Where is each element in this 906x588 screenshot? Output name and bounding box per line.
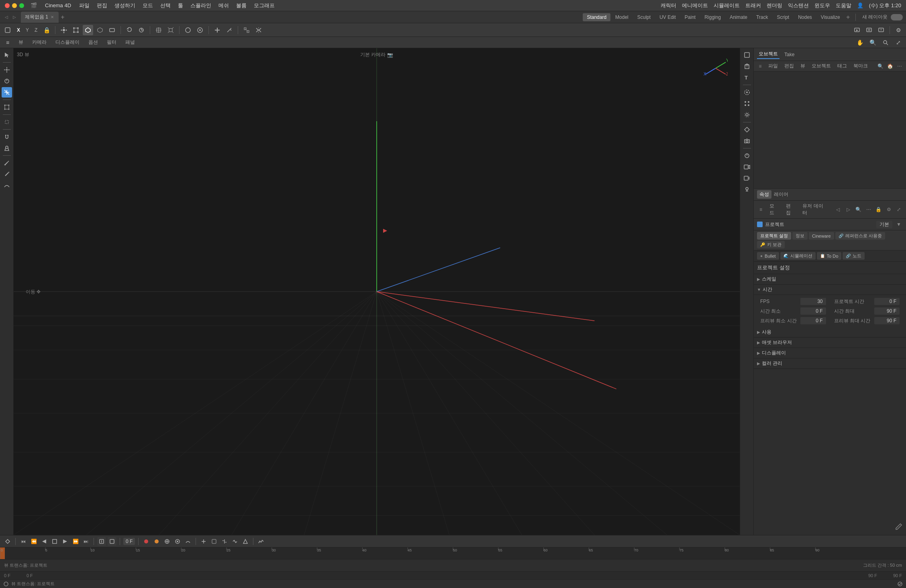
ws-tab-paint[interactable]: Paint	[681, 13, 700, 21]
tl-add-keyframe[interactable]	[163, 537, 171, 546]
om-hamburger[interactable]: ≡	[756, 62, 764, 70]
ws-tab-track[interactable]: Track	[752, 13, 772, 21]
tl-snap4[interactable]	[231, 537, 239, 546]
om-tab-objects[interactable]: 오브젝트	[757, 50, 779, 59]
tl-current-frame[interactable]: 0 F	[123, 538, 135, 545]
bottom-icon[interactable]	[3, 581, 9, 587]
pstab-nodes[interactable]: 🔗 노드	[843, 252, 865, 260]
tb-mirror[interactable]	[253, 25, 264, 35]
menu-extension[interactable]: 익스텐션	[788, 2, 809, 9]
ws-tab-add[interactable]: +	[844, 13, 852, 21]
tb-polygon-mode[interactable]	[83, 25, 93, 35]
tb-mode5[interactable]	[107, 25, 117, 35]
preview-max-value[interactable]: 90 F	[874, 317, 900, 324]
menu-mesh[interactable]: 메쉬	[218, 2, 229, 9]
tl-go-end[interactable]: ⏭	[82, 537, 90, 546]
menu-volume[interactable]: 볼륨	[236, 2, 247, 9]
menu-render[interactable]: 렌더링	[767, 2, 782, 9]
tb-render1[interactable]	[852, 25, 862, 35]
prop-filter-icon[interactable]: ⋯	[865, 205, 872, 214]
om-filter-icon[interactable]: ⋯	[896, 62, 904, 70]
tl-stop[interactable]	[50, 537, 59, 546]
tb-settings[interactable]: ⚙	[893, 25, 904, 35]
ls-move[interactable]	[2, 65, 12, 75]
timeline-ruler[interactable]: 0 5 10 15 20 25 30 35 40	[0, 547, 906, 559]
pstab-bullet[interactable]: ● Bullet	[757, 252, 779, 260]
prop-user-data[interactable]: 유저 데이터	[800, 202, 829, 217]
tl-go-start[interactable]: ⏮	[19, 537, 28, 546]
prop-expand-icon[interactable]: ⤢	[895, 205, 903, 214]
time-max-value[interactable]: 90 F	[874, 307, 900, 315]
prop-search-icon[interactable]: 🔍	[855, 205, 862, 214]
section-time-header[interactable]: ▼ 시간	[754, 285, 906, 295]
tb-circle2[interactable]	[195, 25, 205, 35]
vt-zoom-in[interactable]	[880, 37, 891, 48]
tl-snap3[interactable]	[220, 537, 229, 546]
project-dropdown-arrow[interactable]: ▼	[895, 220, 903, 228]
vt-filter[interactable]: 필터	[104, 38, 120, 47]
tl-next-frame[interactable]: ⏩	[71, 537, 80, 546]
tab-back[interactable]: ◁	[3, 14, 10, 20]
tl-btn-orange[interactable]	[152, 537, 161, 546]
close-button[interactable]	[5, 3, 10, 8]
menu-window[interactable]: 윈도우	[814, 2, 830, 9]
ws-tab-uvedit[interactable]: UV Edit	[655, 13, 680, 21]
tb-circle[interactable]	[183, 25, 193, 35]
om-tab-take[interactable]: Take	[783, 51, 796, 58]
om-search-icon[interactable]: 🔍	[876, 62, 884, 70]
rp-diamond[interactable]	[742, 124, 752, 135]
coord-z[interactable]: Z	[32, 26, 40, 34]
ls-paint-brush[interactable]	[2, 169, 12, 179]
ws-tab-nodes[interactable]: Nodes	[794, 13, 816, 21]
om-home-icon[interactable]: 🏠	[886, 62, 894, 70]
tb-rotate2[interactable]	[136, 25, 147, 35]
viewport[interactable]: 3D 뷰 기본 카메라 📷	[14, 48, 740, 535]
om-bookmark[interactable]: 북마크	[851, 62, 870, 70]
ls-transform[interactable]	[2, 102, 12, 112]
menu-character[interactable]: 캐릭터	[661, 2, 676, 9]
om-view[interactable]: 뷰	[798, 62, 808, 70]
ptab-reference[interactable]: 🔗 레퍼런스로 사용중	[835, 232, 885, 240]
tl-btn-record-red[interactable]	[142, 537, 151, 546]
menu-help[interactable]: 도움말	[836, 2, 851, 9]
menu-mograph[interactable]: 모그래프	[254, 2, 275, 9]
rp-text[interactable]: T	[742, 72, 752, 83]
ws-tab-rigging[interactable]: Rigging	[700, 13, 725, 21]
ptab-project-settings[interactable]: 프로젝트 설정	[757, 232, 791, 240]
om-object[interactable]: 오브젝트	[809, 62, 833, 70]
tb-transform[interactable]	[153, 25, 164, 35]
rp-array[interactable]	[742, 98, 752, 109]
pstab-todo[interactable]: 📋 To Do	[817, 252, 842, 260]
tab-close-icon[interactable]: ✕	[50, 15, 55, 20]
ptab-info[interactable]: 정보	[792, 232, 808, 240]
tb-knife[interactable]	[224, 25, 235, 35]
vt-options[interactable]: 옵션	[85, 38, 101, 47]
ls-smooth[interactable]	[2, 180, 12, 191]
rp-cube[interactable]	[742, 61, 752, 71]
tb-weld[interactable]	[212, 25, 222, 35]
tl-record-btn2[interactable]	[108, 537, 116, 546]
ws-tab-standard[interactable]: Standard	[583, 13, 610, 21]
tb-rotate1[interactable]	[124, 25, 135, 35]
coord-y[interactable]: Y	[23, 26, 31, 34]
ws-tab-model[interactable]: Model	[611, 13, 633, 21]
ws-tab-script[interactable]: Script	[773, 13, 793, 21]
tl-record-btn1[interactable]	[97, 537, 106, 546]
lock-btn[interactable]: 🔒	[41, 25, 52, 35]
ws-tab-animate[interactable]: Animate	[726, 13, 751, 21]
ls-scale[interactable]	[2, 87, 12, 98]
vt-panel[interactable]: 패널	[122, 38, 138, 47]
tab-add-button[interactable]: +	[59, 13, 67, 21]
prop-mode[interactable]: 모드	[767, 202, 781, 217]
prop-hamburger[interactable]: ≡	[757, 205, 765, 214]
pstab-simulation[interactable]: 🌊 시뮬레이션	[780, 252, 816, 260]
vt-view[interactable]: 뷰	[15, 38, 27, 47]
keyframe-diamond[interactable]	[3, 537, 12, 546]
tl-prev-frame[interactable]: ⏪	[29, 537, 38, 546]
rp-perspective[interactable]	[742, 50, 752, 60]
menu-spline[interactable]: 스플라인	[190, 2, 211, 9]
prop-nav-left[interactable]: ◁	[834, 205, 842, 214]
tb-render3[interactable]	[876, 25, 886, 35]
section-display-header[interactable]: ▶ 디스플레이	[754, 348, 906, 358]
rp-motion[interactable]	[742, 151, 752, 161]
